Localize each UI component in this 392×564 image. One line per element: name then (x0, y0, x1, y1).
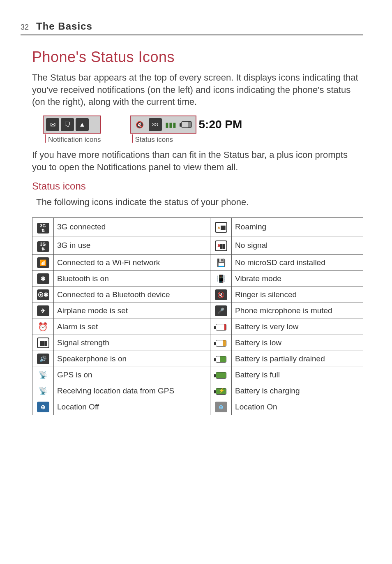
table-row: 📡GPS is onBattery is full (32, 367, 363, 383)
status-icons-box: 🔇 3G ▮▮▮ (130, 116, 196, 134)
status-icons-table: 3G⇅3G connected▲▮▮Roaming3G⇅3G in use✖▮▮… (32, 217, 363, 415)
battery-partial-icon (210, 351, 232, 367)
chat-icon: 🗨 (61, 118, 74, 131)
page-title: Phone's Status Icons (32, 49, 363, 66)
icon-description: Location On (232, 399, 363, 415)
icon-description: Battery is very low (232, 319, 363, 335)
table-row: ⏰Alarm is setBattery is very low (32, 319, 363, 335)
page-number: 32 (21, 23, 29, 32)
icon-description: Airplane mode is set (54, 303, 210, 319)
icon-description: GPS is on (54, 367, 210, 383)
signal-icon: ▮▮▮ (164, 118, 178, 131)
clock-text: 5:20 PM (199, 118, 242, 131)
notification-icons-box: ✉ 🗨 ▲ (43, 116, 101, 134)
icon-description: Location Off (54, 399, 210, 415)
wifi-icon: 📶 (32, 255, 54, 271)
icon-description: Roaming (232, 218, 363, 236)
icon-description: Battery is low (232, 335, 363, 351)
icon-description: No signal (232, 236, 363, 255)
bluetooth-icon: ✱ (32, 271, 54, 287)
table-row: ⊕Location Off⊕Location On (32, 399, 363, 415)
battery-full-icon (210, 367, 232, 383)
table-row: 📶Connected to a Wi-Fi network💾No microSD… (32, 255, 363, 271)
icon-description: Connected to a Bluetooth device (54, 287, 210, 303)
icon-description: 3G connected (54, 218, 210, 236)
icon-description: Receiving location data from GPS (54, 383, 210, 399)
icon-description: Battery is charging (232, 383, 363, 399)
icon-description: Battery is full (232, 367, 363, 383)
after-images-text: If you have more notifications than can … (32, 149, 363, 173)
subheading: Status icons (32, 180, 363, 192)
table-row: ▮▮▮Signal strengthBattery is low (32, 335, 363, 351)
table-row: 📡Receiving location data from GPSBattery… (32, 383, 363, 399)
section-title: The Basics (36, 21, 92, 32)
gps-receiving-icon: 📡 (32, 383, 54, 399)
battery-low-icon (210, 335, 232, 351)
intro-text: The Status bar appears at the top of eve… (32, 72, 363, 108)
airplane-icon: ✈ (32, 303, 54, 319)
3g-icon: 3G (149, 118, 162, 131)
icon-description: Vibrate mode (232, 271, 363, 287)
3g-connected-icon: 3G⇅ (32, 218, 54, 236)
icon-description: Speakerphone is on (54, 351, 210, 367)
icon-description: Alarm is set (54, 319, 210, 335)
signal-icon: ▮▮▮ (32, 335, 54, 351)
table-row: ✈Airplane mode is set🎤Phone microphone i… (32, 303, 363, 319)
icon-description: Battery is partially drained (232, 351, 363, 367)
gps-icon: 📡 (32, 367, 54, 383)
vibrate-icon: 📳 (210, 271, 232, 287)
table-row: ⦿✱Connected to a Bluetooth device🔇Ringer… (32, 287, 363, 303)
roaming-icon: ▲▮▮ (210, 218, 232, 236)
status-bar-illustration: ✉ 🗨 ▲ ⎮Notification icons 🔇 3G ▮▮▮ 5:20 … (43, 116, 363, 144)
mic-muted-icon: 🎤 (210, 303, 232, 319)
ringer-silenced-icon: 🔇 (133, 118, 146, 131)
table-row: 3G⇅3G connected▲▮▮Roaming (32, 218, 363, 236)
battery-icon (180, 118, 193, 131)
no-signal-icon: ✖▮▮ (210, 236, 232, 255)
no-sd-icon: 💾 (210, 255, 232, 271)
3g-in-use-icon: 3G⇅ (32, 236, 54, 255)
table-row: 3G⇅3G in use✖▮▮No signal (32, 236, 363, 255)
icon-description: Signal strength (54, 335, 210, 351)
warning-icon: ▲ (76, 118, 89, 131)
icon-description: No microSD card installed (232, 255, 363, 271)
battery-charging-icon (210, 383, 232, 399)
table-row: 🔊Speakerphone is onBattery is partially … (32, 351, 363, 367)
notification-caption: ⎮Notification icons (43, 135, 101, 144)
bluetooth-connected-icon: ⦿✱ (32, 287, 54, 303)
status-caption: ⎮Status icons (130, 135, 242, 144)
speakerphone-icon: 🔊 (32, 351, 54, 367)
page-header: 32 The Basics (21, 21, 363, 35)
alarm-icon: ⏰ (32, 319, 54, 335)
ringer-silenced-icon: 🔇 (210, 287, 232, 303)
icon-description: Bluetooth is on (54, 271, 210, 287)
table-row: ✱Bluetooth is on📳Vibrate mode (32, 271, 363, 287)
icon-description: Ringer is silenced (232, 287, 363, 303)
location-off-icon: ⊕ (32, 399, 54, 415)
sub-intro-text: The following icons indicate the status … (36, 197, 363, 208)
icon-description: Connected to a Wi-Fi network (54, 255, 210, 271)
location-on-icon: ⊕ (210, 399, 232, 415)
mail-icon: ✉ (46, 118, 59, 131)
icon-description: Phone microphone is muted (232, 303, 363, 319)
battery-very-low-icon (210, 319, 232, 335)
icon-description: 3G in use (54, 236, 210, 255)
